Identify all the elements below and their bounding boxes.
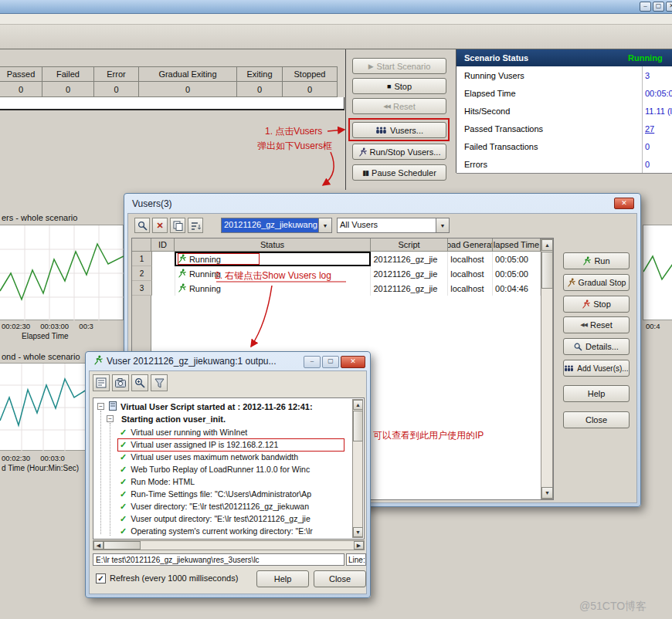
elapsed-cell: 00:04:46	[493, 281, 541, 296]
scroll-down-icon[interactable]	[541, 487, 553, 499]
vusers-people-icon	[375, 127, 387, 134]
close-label: Close	[585, 415, 607, 425]
stop-vusers-button[interactable]: Stop	[563, 296, 630, 313]
filter-icon[interactable]	[151, 374, 168, 391]
check-icon: ✓	[120, 478, 127, 485]
snapshot-camera-icon[interactable]	[112, 374, 129, 391]
chart2-title: ond - whole scenario	[2, 352, 80, 361]
close-icon[interactable]: ✕	[666, 2, 672, 12]
vusers-help-button[interactable]: Help	[563, 385, 630, 402]
scroll-up-icon[interactable]	[541, 239, 553, 251]
vusers-window-titlebar[interactable]: Vusers(3)	[124, 194, 640, 213]
table-row[interactable]: 3 Running 20121126_gz_jie localhost 00:0…	[132, 281, 541, 296]
check-icon: ✓	[120, 527, 127, 535]
col-header-status[interactable]: Status	[175, 238, 371, 252]
log-item: ✓Run-Time Settings file: "C:\Users\Admin…	[120, 489, 311, 499]
details-button[interactable]: Details...	[563, 338, 630, 355]
scroll-right-icon[interactable]	[354, 541, 364, 550]
minimize-icon[interactable]: –	[640, 2, 651, 12]
start-scenario-button[interactable]: ▶ Start Scenario	[352, 58, 446, 74]
col-header-elapsed[interactable]: lapsed Time	[493, 238, 541, 252]
pause-scheduler-label: Pause Scheduler	[372, 168, 436, 178]
log-horizontal-scrollbar[interactable]	[93, 540, 365, 550]
run-stop-vusers-button[interactable]: Run/Stop Vusers...	[352, 144, 446, 160]
zoom-in-icon[interactable]	[131, 374, 148, 391]
maximize-icon[interactable]: ▢	[322, 356, 339, 368]
run-button[interactable]: Run	[563, 252, 630, 269]
scroll-down-icon[interactable]	[353, 527, 363, 537]
scroll-up-icon[interactable]	[353, 400, 363, 410]
help-label: Help	[274, 574, 292, 583]
table-row[interactable]: 1 Running 20121126_gz_jie localhost 00:0…	[132, 252, 541, 266]
delete-vuser-icon[interactable]: ✕	[152, 218, 168, 233]
vuser-summary-header-row: Passed Failed Error Gradual Exiting Exit…	[0, 66, 338, 82]
generator-cell: localhost	[448, 266, 493, 281]
minimize-icon[interactable]: –	[304, 356, 321, 368]
scenario-status-title: Scenario Status	[456, 53, 528, 63]
output-close-button[interactable]: Close	[314, 570, 366, 587]
running-icon	[178, 283, 186, 294]
log-item: ✓Vuser output directory: "E:\lr test\201…	[120, 514, 311, 523]
scroll-thumb[interactable]	[104, 541, 141, 550]
vuser-summary-value-row: 0 0 0 0 0 0	[0, 82, 338, 97]
toolbar-strip	[0, 25, 672, 49]
report-view-icon[interactable]	[93, 374, 110, 391]
check-icon: ✓	[120, 465, 127, 473]
runner-icon	[582, 256, 591, 266]
stop-button[interactable]: ■ Stop	[352, 78, 446, 94]
elapsed-cell: 00:05:00	[493, 252, 541, 266]
vusers-button[interactable]: Vusers...	[352, 122, 446, 138]
add-vusers-button[interactable]: Add Vuser(s)...	[563, 360, 630, 377]
log-vertical-scrollbar[interactable]	[352, 399, 363, 538]
generator-cell: localhost	[448, 252, 493, 266]
chevron-down-icon[interactable]	[436, 218, 449, 232]
log-item: ✓Web Turbo Replay of LoadRunner 11.0.0 f…	[120, 465, 310, 474]
filter-combo[interactable]: All Vusers	[337, 218, 450, 233]
vusers-close-button[interactable]: Close	[563, 411, 630, 428]
reset-vusers-button[interactable]: ◀◀ Reset	[563, 316, 630, 333]
script-cell: 20121126_gz_jie	[371, 281, 448, 296]
results-path-field[interactable]: E:\lr test\20121126_gz_jiekuwang\res_3us…	[93, 553, 344, 566]
output-window-controls: – ▢ ✕	[304, 356, 365, 368]
status-row: Failed Transactions0	[456, 137, 672, 156]
tree-guide-line	[100, 411, 101, 534]
log-item: ✓Vuser directory: "E:\lr test\20121126_g…	[120, 502, 309, 511]
annotation-step2: 2. 右键点击Show Vusers log	[215, 269, 331, 282]
scroll-thumb[interactable]	[541, 252, 553, 289]
pause-scheduler-button[interactable]: ▮▮ Pause Scheduler	[352, 164, 446, 181]
vusers-table-scrollbar[interactable]	[541, 238, 553, 499]
maximize-icon[interactable]: ▢	[653, 2, 664, 12]
output-help-button[interactable]: Help	[256, 570, 309, 587]
status-row: Errors0	[456, 155, 672, 174]
copy-icon[interactable]	[170, 218, 185, 233]
close-label: Close	[329, 574, 351, 583]
log-item: ✓Virtual user uses maximum network bandw…	[120, 452, 298, 462]
vusers-close-icon[interactable]: ✕	[614, 198, 634, 209]
reset-button[interactable]: ◀◀ Reset	[352, 98, 446, 114]
scroll-thumb[interactable]	[353, 411, 363, 441]
check-icon: ✓	[120, 453, 127, 461]
col-header-id[interactable]: ID	[151, 238, 175, 252]
vusers-window-title: Vusers(3)	[132, 198, 172, 209]
col-header-script[interactable]: Script	[371, 238, 448, 252]
scroll-left-icon[interactable]	[93, 541, 104, 550]
group-combo[interactable]: 20121126_gz_jiekuwang	[221, 218, 332, 233]
cell: 0	[237, 82, 283, 96]
output-log-panel[interactable]: − − Virtual User Script started at : 201…	[93, 397, 365, 540]
tree-collapse-icon[interactable]: −	[107, 415, 114, 422]
chevron-down-icon[interactable]	[318, 218, 331, 232]
output-close-icon[interactable]: ✕	[341, 356, 365, 368]
line-field[interactable]: Line:	[346, 553, 366, 566]
passed-transactions-link[interactable]: 27	[645, 124, 654, 134]
refresh-checkbox[interactable]: ✓	[96, 573, 106, 583]
gradual-stop-button[interactable]: Gradual Stop	[563, 274, 630, 291]
zoom-vusers-icon[interactable]	[134, 218, 150, 233]
log-item: ✓Virtual user assigned IP is 192.168.2.1…	[120, 440, 278, 449]
gradual-stop-label: Gradual Stop	[579, 278, 626, 287]
tree-collapse-icon[interactable]: −	[97, 403, 104, 410]
reset-vusers-label: Reset	[590, 320, 613, 330]
sort-icon[interactable]	[188, 218, 203, 233]
table-row[interactable]: 2 Running 20121126_gz_jie localhost 00:0…	[132, 266, 541, 281]
col-header-generator[interactable]: oad Generat	[448, 238, 493, 252]
status-panel-bottom	[456, 173, 672, 174]
